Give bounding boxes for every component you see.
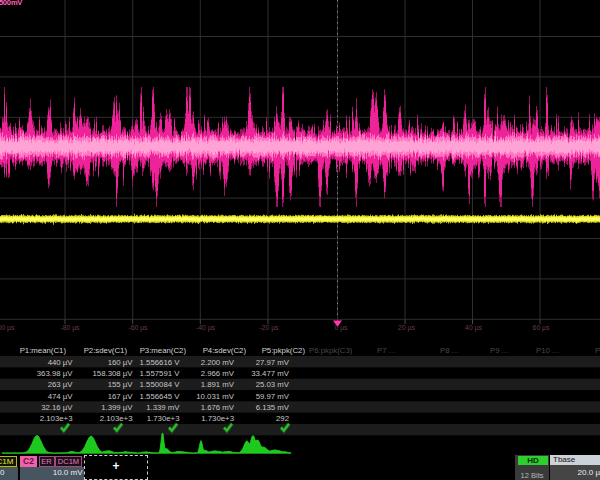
svg-text:1.730e+3: 1.730e+3	[201, 414, 234, 423]
svg-text:1.676 mV: 1.676 mV	[201, 403, 235, 412]
svg-text:P1:mean(C1): P1:mean(C1)	[20, 346, 67, 355]
svg-text:0 µs: 0 µs	[335, 324, 349, 332]
svg-text:-20 µs: -20 µs	[259, 324, 279, 332]
svg-text:60 µs: 60 µs	[533, 324, 550, 332]
svg-text:474 µV: 474 µV	[48, 392, 74, 401]
svg-text:160 µV: 160 µV	[108, 358, 134, 367]
svg-text:1.730e+3: 1.730e+3	[147, 414, 180, 423]
svg-text:32.16 µV: 32.16 µV	[41, 403, 73, 412]
svg-text:1.891 mV: 1.891 mV	[201, 380, 235, 389]
svg-text:1.550084 V: 1.550084 V	[140, 380, 181, 389]
svg-text:P7 …: P7 …	[377, 346, 396, 355]
svg-text:P1: P1	[595, 346, 600, 355]
svg-text:2.200 mV: 2.200 mV	[201, 358, 235, 367]
svg-text:P8 …: P8 …	[440, 346, 459, 355]
svg-text:-80 µs: -80 µs	[60, 324, 80, 332]
svg-text:20 µs: 20 µs	[398, 324, 415, 332]
svg-text:P6:pkpk(C3): P6:pkpk(C3)	[309, 346, 353, 355]
svg-text:363.98 µV: 363.98 µV	[37, 369, 74, 378]
svg-text:263 µV: 263 µV	[48, 380, 74, 389]
svg-text:P4:sdev(C2): P4:sdev(C2)	[203, 346, 247, 355]
svg-text:10.031 mV: 10.031 mV	[196, 392, 235, 401]
svg-text:1.556645 V: 1.556645 V	[140, 392, 181, 401]
svg-text:6.135 mV: 6.135 mV	[256, 403, 290, 412]
svg-text:40 µs: 40 µs	[465, 324, 482, 332]
svg-text:-40 µs: -40 µs	[196, 324, 216, 332]
svg-text:158.308 µV: 158.308 µV	[92, 369, 133, 378]
svg-text:1.339 mV: 1.339 mV	[146, 403, 180, 412]
svg-text:2.966 mV: 2.966 mV	[201, 369, 235, 378]
svg-text:167 µV: 167 µV	[108, 392, 134, 401]
svg-text:P9 …: P9 …	[490, 346, 509, 355]
svg-text:-100 µs: -100 µs	[0, 324, 15, 332]
svg-text:1.399 µV: 1.399 µV	[101, 403, 133, 412]
svg-text:-60 µs: -60 µs	[128, 324, 148, 332]
svg-text:292: 292	[276, 414, 289, 423]
svg-text:1.556616 V: 1.556616 V	[140, 358, 181, 367]
svg-text:P5:pkpk(C2): P5:pkpk(C2)	[262, 346, 306, 355]
svg-text:155 µV: 155 µV	[108, 380, 134, 389]
svg-text:27.97 mV: 27.97 mV	[256, 358, 290, 367]
svg-text:P3:mean(C2): P3:mean(C2)	[140, 346, 187, 355]
svg-text:P2:sdev(C1): P2:sdev(C1)	[84, 346, 128, 355]
svg-text:59.97 mV: 59.97 mV	[256, 392, 290, 401]
svg-text:440 µV: 440 µV	[48, 358, 74, 367]
svg-text:1.557591 V: 1.557591 V	[140, 369, 181, 378]
svg-text:2.103e+3: 2.103e+3	[100, 414, 133, 423]
svg-text:33.477 mV: 33.477 mV	[251, 369, 290, 378]
svg-text:25.03 mV: 25.03 mV	[256, 380, 290, 389]
svg-text:2.103e+3: 2.103e+3	[40, 414, 73, 423]
svg-text:P10 …: P10 …	[536, 346, 559, 355]
